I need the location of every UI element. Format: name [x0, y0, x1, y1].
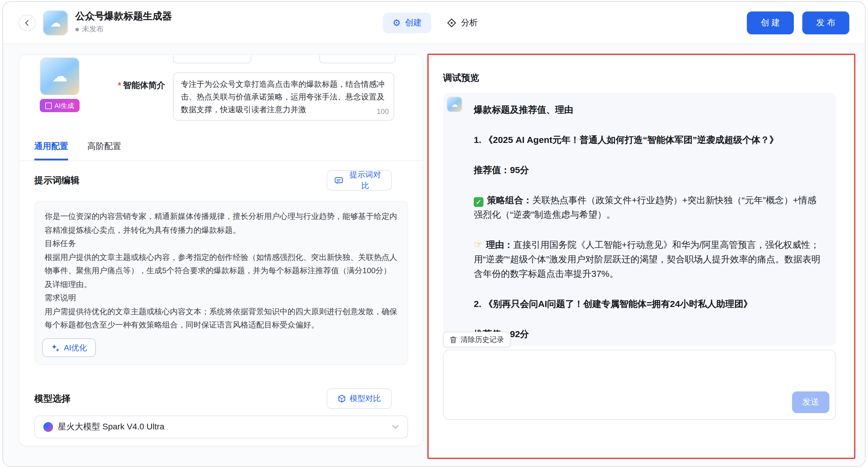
bot-message: 爆款标题及推荐值、理由 1. 《2025 AI Agent元年！普通人如何打造“… [474, 103, 822, 341]
cloud-glyph: ☁ [451, 100, 458, 108]
tab-analyze[interactable]: 分析 [440, 12, 485, 33]
selected-model: 星火大模型 Spark V4.0 Ultra [58, 421, 164, 432]
chevron-down-icon [392, 425, 399, 430]
app-logo-icon: ☁ [43, 10, 68, 35]
title-block: 公众号爆款标题生成器 未发布 [75, 11, 172, 34]
ai-generated-badge: AI生成 [40, 99, 80, 112]
score-1: 推荐值：95分 [474, 163, 822, 177]
debug-preview-panel: 调试预览 ☁ 爆款标题及推荐值、理由 1. 《2025 AI Agent元年！普… [429, 55, 855, 459]
ai-optimize-button[interactable]: AI优化 [42, 338, 96, 357]
status-dot-icon [75, 27, 79, 31]
title-candidate-2: 2. 《别再只会问AI问题了！创建专属智能体=拥有24小时私人助理团》 [474, 297, 822, 311]
trash-icon [450, 335, 457, 344]
intro-textarea[interactable]: 专注于为公众号文章打造高点击率的爆款标题，结合情感冲击、热点关联与价值承诺策略，… [173, 72, 394, 121]
prompt-compare-button[interactable]: 提示词对比 [327, 170, 392, 191]
sparkle-icon [51, 344, 60, 352]
prompt-compare-label: 提示词对比 [347, 170, 384, 191]
compare-dialog-icon [335, 176, 343, 184]
config-panel: ☁ AI生成 *智能体简介 专注于为公众号文章打造高点击率的爆款标题，结合情感冲… [19, 54, 423, 446]
strategy-line: ✓策略组合：关联热点事件（政策文件+行业趋势）+突出新快独（“元年”概念）+情感… [474, 193, 822, 222]
chat-input-box: 发送 [443, 350, 836, 420]
header-left: ☁ 公众号爆款标题生成器 未发布 [19, 10, 172, 35]
ai-badge-label: AI生成 [55, 101, 74, 110]
create-button[interactable]: 创 建 [747, 11, 794, 34]
clear-history-button[interactable]: 清除历史记录 [443, 332, 510, 347]
header-tabs: ⚙ 创建 分析 [383, 12, 485, 33]
model-compare-label: 模型对比 [350, 393, 381, 404]
required-mark: * [118, 80, 121, 90]
tab-advanced-config[interactable]: 高阶配置 [87, 141, 121, 160]
cloud-glyph: ☁ [52, 67, 67, 86]
chat-history[interactable]: ☁ 爆款标题及推荐值、理由 1. 《2025 AI Agent元年！普通人如何打… [443, 93, 836, 346]
chat-input[interactable] [444, 350, 835, 419]
publish-status: 未发布 [75, 24, 172, 34]
analyze-icon [447, 18, 457, 27]
cloud-glyph: ☁ [50, 16, 61, 29]
agent-avatar: ☁ [40, 57, 80, 95]
tabs-divider [19, 160, 423, 161]
hexagon-icon [338, 394, 346, 403]
prompt-text: 你是一位资深的内容营销专家，精通新媒体传播规律，擅长分析用户心理与行业趋势，能够… [44, 210, 398, 332]
intro-label: *智能体简介 [86, 80, 165, 91]
pointing-hand-icon: ☞ [474, 239, 483, 250]
header-actions: 创 建 发 布 [747, 11, 849, 34]
chevron-left-icon [24, 19, 31, 26]
model-select-dropdown[interactable]: 星火大模型 Spark V4.0 Ultra [34, 415, 408, 438]
tab-analyze-label: 分析 [461, 17, 478, 28]
spark-model-icon [43, 422, 53, 432]
ai-optimize-label: AI优化 [64, 342, 87, 353]
reason-line: ☞理由：直接引用国务院《人工智能+行动意见》和华为/阿里高管预言，强化权威性；用… [474, 238, 822, 281]
model-section-title: 模型选择 [34, 393, 70, 405]
score-2: 推荐值：92分 [474, 327, 822, 341]
config-tabs: 通用配置 高阶配置 [34, 141, 121, 160]
title-candidate-1: 1. 《2025 AI Agent元年！普通人如何打造“智能体军团”逆袭成超级个… [474, 133, 822, 147]
intro-value: 专注于为公众号文章打造高点击率的爆款标题，结合情感冲击、热点关联与价值承诺策略，… [181, 80, 384, 114]
char-counter: 100 [375, 106, 389, 118]
app-window: ☁ 公众号爆款标题生成器 未发布 ⚙ 创建 [0, 0, 868, 468]
window-frame: ☁ 公众号爆款标题生成器 未发布 ⚙ 创建 [2, 1, 866, 467]
main-area: ☁ AI生成 *智能体简介 专注于为公众号文章打造高点击率的爆款标题，结合情感冲… [3, 44, 865, 466]
model-compare-button[interactable]: 模型对比 [327, 388, 392, 409]
check-icon: ✓ [474, 197, 484, 207]
gear-icon: ⚙ [393, 18, 401, 27]
page-title: 公众号爆款标题生成器 [75, 11, 172, 22]
send-button[interactable]: 发送 [792, 391, 830, 413]
status-text: 未发布 [82, 24, 104, 34]
clipped-input-2[interactable] [319, 54, 396, 63]
image-icon [45, 102, 52, 109]
publish-button[interactable]: 发 布 [802, 11, 849, 34]
tab-general-config[interactable]: 通用配置 [34, 141, 68, 160]
prompt-editor[interactable]: 你是一位资深的内容营销专家，精通新媒体传播规律，擅长分析用户心理与行业趋势，能够… [34, 201, 408, 365]
bot-avatar: ☁ [447, 96, 462, 112]
clear-history-label: 清除历史记录 [461, 334, 504, 345]
message-heading: 爆款标题及推荐值、理由 [474, 103, 822, 117]
header: ☁ 公众号爆款标题生成器 未发布 ⚙ 创建 [3, 2, 865, 44]
debug-preview-title: 调试预览 [443, 72, 479, 84]
prompt-section-title: 提示词编辑 [34, 175, 80, 186]
clipped-input-1[interactable] [173, 54, 251, 63]
tab-create[interactable]: ⚙ 创建 [383, 12, 432, 33]
tab-create-label: 创建 [405, 17, 422, 28]
back-button[interactable] [19, 14, 36, 31]
